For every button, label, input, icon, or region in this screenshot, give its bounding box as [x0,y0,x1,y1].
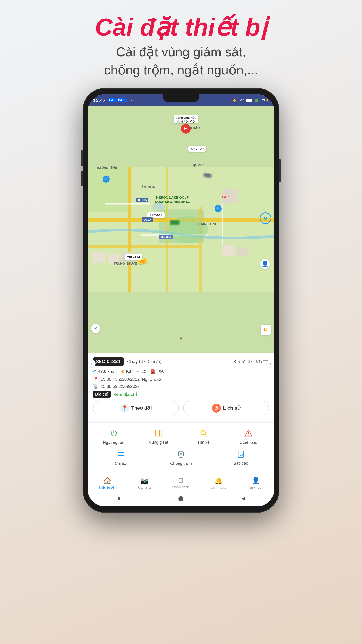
canh-bao-label: Cảnh báo [240,440,257,445]
history-icon: ⏱ [214,406,219,411]
menu-item-vung-gsat[interactable]: Vùng g.sát [145,428,172,445]
area-quan-tien: ng Quán Tiên [97,166,117,169]
truc-tuyen-icon: 🏠 [103,476,111,484]
camera-icon: 📷 [140,477,149,484]
svg-rect-10 [105,203,150,204]
vehicle-plate: 88C-01831 [93,357,124,366]
phone-mockup: 15:47 Zalo Zalo f ··· ⚡ 4G⁺ ▮▮▮ [83,88,279,513]
map-area[interactable]: 88C-018 88C-120 20C-114 Bệnh viện HữuNgh… [88,106,274,353]
bluetooth-icon: ⚡ [232,98,237,102]
bao-cao-icon [237,448,245,460]
zalo2-icon: Zalo [117,98,125,102]
route-ql2a: QL2A [142,217,153,222]
menu-item-bao-cao[interactable]: Báo cáo [228,448,254,466]
bao-cao-label: Báo cáo [234,461,248,466]
svg-rect-4 [88,167,128,212]
svg-rect-32 [118,454,124,454]
address-row: Địa chỉ Xem địa chỉ [93,391,269,398]
count-icon: ✂ [137,369,140,374]
danh-sach-label: Danh sách [172,485,189,489]
relay-icon: ⚙ [121,369,125,374]
prev-vehicle-button[interactable]: ‹ [88,360,96,368]
map-layers-button[interactable]: ⧉ [261,325,271,335]
signal-4g-icon: 4G⁺ [239,98,244,102]
wifi-signal-icon: ▮▮▮ [246,98,252,102]
speed-value: 47.0 km/h [98,369,117,374]
ngat-nguon-icon [110,428,118,439]
person-icon[interactable]: 👤 [260,259,270,269]
route-dt305: DT305 [136,198,148,202]
menu-row-1: Ngắt nguồn Vùng g.sát [91,428,271,445]
car-green-marker [170,220,180,225]
svg-point-34 [180,453,182,455]
nav-truc-tuyen[interactable]: 🏠 Trực tuyến [98,476,117,490]
canh-bao-nav-label: Cảnh báo [211,485,227,490]
menu-item-chi-tiet[interactable]: Chi tiết [108,448,134,466]
ngat-nguon-label: Ngắt nguồn [103,440,124,445]
chi-tiet-label: Chi tiết [115,461,127,466]
golf-label: HERON LAKE GOLFCOURSE & RESORT... [155,195,190,204]
page-title: Cài đặt thiết bị [95,14,267,40]
status-right: ⚡ 4G⁺ ▮▮▮ 65 ⚡ [232,98,269,102]
battery-bolt-icon: ⚡ [266,98,269,102]
back-button[interactable]: ◀ [239,494,248,503]
account-icon: 👤 [252,476,260,484]
hospital-marker: Bệnh viện HữuNghị Lạc Việt H [174,116,198,134]
volume-up-button [81,150,83,166]
hospital-label: Bệnh viện HữuNghị Lạc Việt [174,116,198,124]
back-icon: ◀ [241,496,245,501]
lich-su-button[interactable]: ⏱ Lịch sử [183,401,269,416]
next-vehicle-button[interactable]: › [266,360,274,368]
menu-item-chong-trom[interactable]: Chống trộm [168,448,194,466]
speedometer-icon: ⊙ [93,369,97,374]
truc-tuyen-label: Trực tuyến [98,485,117,490]
recent-apps-button[interactable]: ■ [114,494,123,503]
svg-rect-18 [237,248,249,256]
menu-row-2: Chi tiết Chống trộm [91,448,271,466]
chevron-down-icon[interactable]: ∨ [179,335,183,342]
home-icon: ⬤ [178,496,184,501]
svg-rect-7 [88,245,199,248]
gps-refresh-button[interactable] [260,212,271,224]
nav-canh-bao[interactable]: 🔔 Cảnh báo [211,476,227,490]
chi-tiet-icon [117,448,125,460]
view-address-link[interactable]: Xem địa chỉ [113,392,137,397]
menu-item-ngat-nguon[interactable]: Ngắt nguồn [100,428,127,445]
power-button [279,160,281,182]
battery-percent: 65 [262,98,265,102]
vung-gsat-icon [155,428,163,439]
location-pin-icon: 📍 [122,405,128,411]
count-tag: ✂ 12 [137,369,146,374]
plate-label-88c120: 88C-120 [188,146,206,152]
close-icon: ✕ [94,326,98,331]
bottom-nav: 🏠 Trực tuyến 📷 Camera 🗒 Danh sách 🔔 Cảnh… [88,474,274,491]
vehicle-info-panel: ‹ › 88C-01831 Chạy (47.0 km/h) Km 51.47 … [88,353,274,421]
nav-camera[interactable]: 📷 Camera [138,477,151,490]
phone-frame: 15:47 Zalo Zalo f ··· ⚡ 4G⁺ ▮▮▮ [83,88,279,513]
nav-danh-sach[interactable]: 🗒 Danh sách [172,477,189,489]
theo-doi-icon: 📍 [120,404,129,412]
fuel-tag: ⛽ 0/0 [150,368,166,374]
tai-khoan-label: Tài khoản [248,485,264,490]
page-header: Cài đặt thiết bị Cài đặt vùng giám sát, … [95,14,267,79]
status-time: 15:47 [93,98,105,103]
theo-doi-button[interactable]: 📍 Theo dõi [93,401,179,416]
status-dots: ··· [130,98,134,103]
home-button[interactable]: ⬤ [177,494,185,503]
chong-trom-icon [177,448,185,460]
menu-item-canh-bao[interactable]: Cảnh báo [235,428,262,445]
menu-item-tim-xe[interactable]: Tìm xe [190,428,217,445]
svg-rect-14 [92,252,105,263]
location-icon: 📍 [93,376,98,382]
chong-trom-label: Chống trộm [170,461,192,466]
fuel-value: 0/0 [157,368,166,374]
speed-tag: ⊙ 47.0 km/h [93,369,117,374]
svg-point-30 [248,435,249,436]
nav-tai-khoan[interactable]: 👤 Tài khoản [248,476,264,490]
danh-sach-icon: 🗒 [177,477,184,484]
recent-icon: ■ [117,496,120,501]
bell-icon: 🔔 [214,476,223,484]
car-gray-marker [203,173,212,177]
info-row-plate: 88C-01831 Chạy (47.0 km/h) Km 51.47 0% [93,357,269,366]
lich-su-label: Lịch sử [223,405,240,411]
